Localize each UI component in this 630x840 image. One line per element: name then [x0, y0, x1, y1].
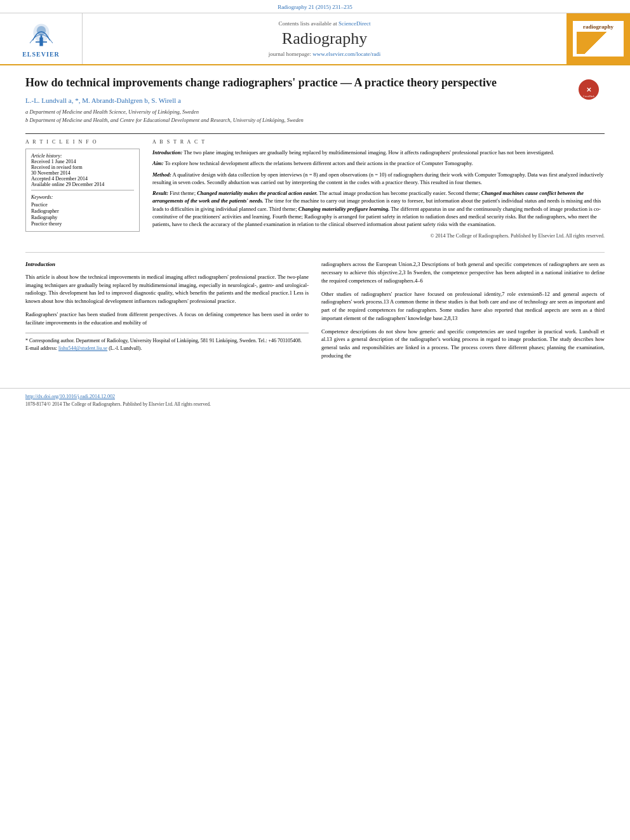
- abstract-col: A B S T R A C T Introduction: The two pl…: [152, 139, 605, 239]
- abstract-result: Result: First theme; Changed materiality…: [152, 189, 605, 229]
- journal-header: ELSEVIER Contents lists available at Sci…: [0, 13, 630, 65]
- right-para1: radiographers across the European Union.…: [321, 260, 605, 284]
- intro-text: The two plane imaging techniques are gra…: [184, 149, 554, 156]
- doi-anchor[interactable]: http://dx.doi.org/10.1016/j.radi.2014.12…: [25, 394, 115, 399]
- email-label: E-mail address:: [25, 345, 57, 351]
- doi-link: http://dx.doi.org/10.1016/j.radi.2014.12…: [25, 394, 605, 399]
- page-footer: http://dx.doi.org/10.1016/j.radi.2014.12…: [0, 388, 630, 411]
- contents-text: Contents lists available at: [279, 20, 337, 27]
- radiography-logo-box: radiography: [566, 13, 630, 64]
- abstract-intro: Introduction: The two plane imaging tech…: [152, 149, 605, 156]
- keywords-box: Keywords: Practice Radiographer Radiogra…: [31, 190, 134, 227]
- right-para3: Competence descriptions do not show how …: [321, 328, 605, 360]
- keyword-4: Practice theory: [31, 221, 134, 227]
- svg-text:✕: ✕: [586, 86, 591, 93]
- aim-label: Aim:: [152, 160, 163, 166]
- keyword-1: Practice: [31, 202, 134, 208]
- intro-para2: Radiographers' practice has been studied…: [25, 310, 309, 327]
- theme1-title: Changed materiality makes the practical …: [197, 190, 318, 196]
- article-info-col: A R T I C L E I N F O Article history: R…: [25, 139, 140, 239]
- article-info-box: Article history: Received 1 June 2014 Re…: [25, 149, 140, 232]
- theme3-label: Third theme;: [269, 206, 297, 212]
- elsevier-tree-icon: [19, 20, 64, 49]
- journal-center: Contents lists available at ScienceDirec…: [83, 13, 566, 64]
- aim-text: To explore how technical development aff…: [164, 160, 473, 166]
- theme1-text: The actual image production has become p…: [319, 190, 446, 196]
- history-group: Article history: Received 1 June 2014 Re…: [31, 153, 134, 187]
- article-body: How do technical improvements change rad…: [0, 65, 630, 375]
- theme1-label: First theme;: [170, 190, 196, 196]
- email-suffix: (L.-l. Lundvall).: [109, 345, 142, 351]
- email-link[interactable]: lishu544@student.liu.se: [58, 345, 107, 351]
- svg-point-2: [36, 26, 45, 35]
- body-left: Introduction This article is about how t…: [25, 260, 309, 364]
- theme2-label: Second theme;: [448, 190, 479, 196]
- keyword-3: Radiography: [31, 215, 134, 220]
- homepage-line: journal homepage: www.elsevier.com/locat…: [269, 51, 380, 57]
- svg-text:CrossMark: CrossMark: [583, 95, 594, 98]
- elsevier-logo-box: ELSEVIER: [0, 13, 83, 64]
- radiography-logo: radiography: [573, 21, 624, 57]
- crossmark-box: ✕ CrossMark: [573, 76, 605, 101]
- homepage-text: journal homepage:: [269, 51, 311, 57]
- theme4-label: Fourth theme;: [272, 213, 303, 220]
- article-title-section: How do technical improvements change rad…: [25, 76, 605, 127]
- intro-para1: This article is about how the technical …: [25, 273, 309, 305]
- affiliation-a: a Department of Medicine and Health Scie…: [25, 108, 573, 116]
- received-date: Received 1 June 2014: [31, 159, 134, 164]
- footer-copyright: 1078-8174/© 2014 The College of Radiogra…: [25, 401, 605, 407]
- logo-title: radiography: [577, 23, 620, 30]
- abstract-method: Method: A qualitative design with data c…: [152, 171, 605, 187]
- abstract-copyright: © 2014 The College of Radiographers. Pub…: [152, 232, 605, 240]
- citation-bar: Radiography 21 (2015) 231–235: [0, 0, 630, 13]
- journal-title: Radiography: [282, 29, 367, 48]
- method-text: A qualitative design with data collectio…: [152, 171, 603, 185]
- body-two-col: Introduction This article is about how t…: [25, 260, 605, 364]
- abstract-content: Introduction: The two plane imaging tech…: [152, 149, 605, 239]
- homepage-url[interactable]: www.elsevier.com/locate/radi: [312, 51, 380, 57]
- affiliation-b: b Department of Medicine and Health, and…: [25, 116, 573, 124]
- available-date: Available online 29 December 2014: [31, 182, 134, 187]
- revised-label: Received in revised form: [31, 164, 134, 170]
- right-para2: Other studies of radiographers' practice…: [321, 290, 605, 323]
- crossmark-icon: ✕ CrossMark: [577, 78, 600, 101]
- sciencedirect-link[interactable]: ScienceDirect: [338, 20, 370, 27]
- abstract-aim: Aim: To explore how technical developmen…: [152, 159, 605, 167]
- footnote-email: E-mail address: lishu544@student.liu.se …: [25, 345, 309, 352]
- article-title-text: How do technical improvements change rad…: [25, 76, 573, 124]
- theme3-title: Changing materiality prefigure learning.: [298, 206, 390, 212]
- contents-line: Contents lists available at ScienceDirec…: [279, 20, 371, 27]
- abstract-header: A B S T R A C T: [152, 139, 605, 145]
- two-col-section: A R T I C L E I N F O Article history: R…: [25, 133, 605, 239]
- intro-section: Introduction This article is about how t…: [25, 252, 605, 364]
- result-label: Result:: [152, 190, 168, 196]
- authors: L.-L. Lundvall a, *, M. Abrandt-Dahlgren…: [25, 97, 573, 104]
- article-info-header: A R T I C L E I N F O: [25, 139, 140, 145]
- article-title: How do technical improvements change rad…: [25, 76, 573, 90]
- affiliations: a Department of Medicine and Health Scie…: [25, 108, 573, 124]
- intro-label: Introduction:: [152, 149, 182, 156]
- revised-date: 30 November 2014: [31, 170, 134, 176]
- intro-title: Introduction: [25, 260, 309, 269]
- accepted-date: Accepted 4 December 2014: [31, 176, 134, 182]
- keywords-title: Keywords:: [31, 194, 134, 200]
- citation-text: Radiography 21 (2015) 231–235: [278, 4, 352, 10]
- method-label: Method:: [152, 171, 171, 178]
- keyword-2: Radiographer: [31, 208, 134, 214]
- body-right: radiographers across the European Union.…: [321, 260, 605, 364]
- history-label: Article history:: [31, 153, 134, 159]
- footnote-area: * Corresponding author. Department of Ra…: [25, 333, 309, 352]
- footnote-corresponding: * Corresponding author. Department of Ra…: [25, 337, 309, 345]
- elsevier-label: ELSEVIER: [22, 51, 60, 58]
